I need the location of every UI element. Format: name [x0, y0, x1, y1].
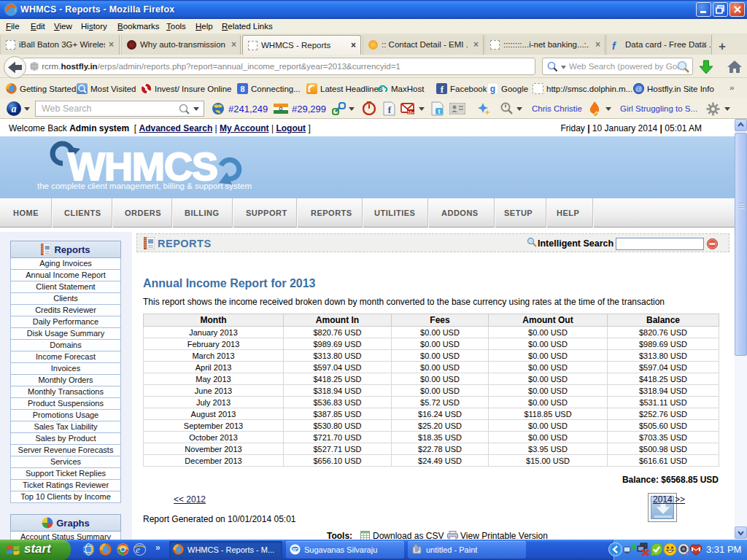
svg-text:a: a — [12, 104, 17, 114]
svg-text:f: f — [388, 104, 392, 115]
svg-text:10+: 10+ — [407, 110, 414, 114]
svg-text:@: @ — [635, 85, 642, 93]
svg-text:8: 8 — [240, 85, 244, 93]
svg-text:t: t — [438, 108, 441, 115]
svg-text:g: g — [490, 84, 495, 94]
svg-text:f: f — [441, 84, 444, 94]
